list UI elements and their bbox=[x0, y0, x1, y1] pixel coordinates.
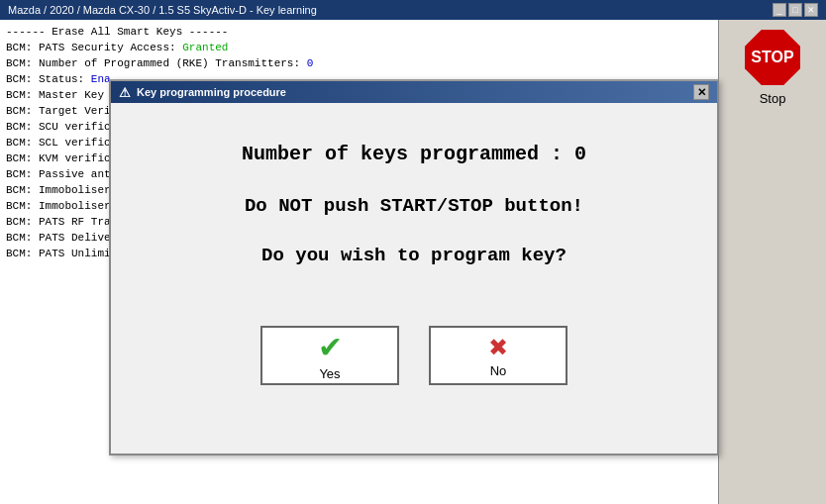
app-title-bar: Mazda / 2020 / Mazda CX-30 / 1.5 S5 SkyA… bbox=[0, 0, 826, 20]
dialog-button-row: ✔ Yes ✖ No bbox=[141, 326, 687, 405]
warning-icon: ⚠ bbox=[119, 85, 131, 100]
window-controls: _ □ ✕ bbox=[773, 3, 818, 17]
question-text: Do you wish to program key? bbox=[141, 245, 687, 266]
dialog-titlebar: ⚠ Key programming procedure ✕ bbox=[111, 81, 717, 103]
yes-button-label: Yes bbox=[319, 366, 340, 381]
yes-button[interactable]: ✔ Yes bbox=[260, 326, 399, 385]
close-button[interactable]: ✕ bbox=[804, 3, 818, 17]
crossmark-icon: ✖ bbox=[488, 334, 508, 361]
warning-text: Do NOT push START/STOP button! bbox=[141, 195, 687, 217]
dialog-overlay: ⚠ Key programming procedure ✕ Number of … bbox=[0, 20, 719, 504]
app-title: Mazda / 2020 / Mazda CX-30 / 1.5 S5 SkyA… bbox=[8, 4, 317, 16]
minimize-button[interactable]: _ bbox=[773, 3, 786, 17]
checkmark-icon: ✔ bbox=[318, 330, 343, 364]
right-panel: STOP Stop bbox=[719, 20, 826, 504]
maximize-button[interactable]: □ bbox=[788, 3, 802, 17]
no-button[interactable]: ✖ No bbox=[429, 326, 568, 385]
stop-sign-icon: STOP bbox=[745, 30, 800, 85]
dialog-body: Number of keys programmed : 0 Do NOT pus… bbox=[111, 103, 717, 435]
no-button-label: No bbox=[490, 363, 507, 378]
key-programming-dialog: ⚠ Key programming procedure ✕ Number of … bbox=[109, 79, 719, 455]
dialog-close-button[interactable]: ✕ bbox=[693, 84, 709, 100]
keys-programmed-text: Number of keys programmed : 0 bbox=[141, 143, 687, 165]
stop-button-label: Stop bbox=[760, 91, 786, 106]
stop-button[interactable]: STOP Stop bbox=[736, 30, 809, 106]
dialog-title: Key programming procedure bbox=[137, 86, 286, 98]
